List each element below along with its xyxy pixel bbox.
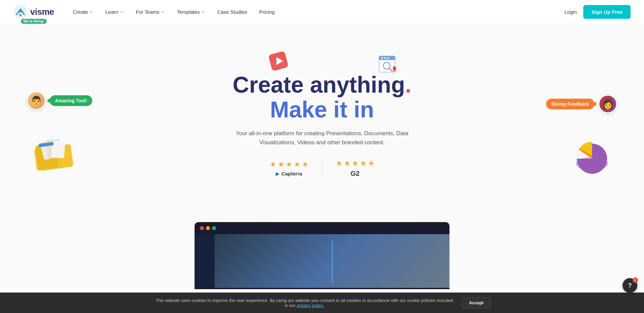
svg-rect-12 bbox=[34, 144, 73, 170]
svg-point-8 bbox=[387, 57, 389, 59]
capterra-stars: ★ ★ ★ ★ ★ bbox=[270, 160, 309, 169]
hero-title-line2: Make it in bbox=[233, 97, 412, 122]
g2-rating: ★ ★ ★ ★ ★ G2 bbox=[322, 159, 388, 177]
avatar-female: 👩 bbox=[598, 95, 617, 113]
capterra-label: ▶ Capterra bbox=[276, 171, 302, 176]
hero-title-line1: Create anything. bbox=[233, 72, 412, 97]
folder-decoration bbox=[34, 137, 74, 172]
video-content bbox=[195, 234, 449, 288]
svg-rect-5 bbox=[379, 56, 395, 60]
nav-item-learn[interactable]: Learn bbox=[100, 6, 129, 17]
svg-point-1 bbox=[19, 14, 21, 16]
svg-point-6 bbox=[381, 57, 383, 59]
help-button[interactable]: ? 1 bbox=[623, 278, 637, 289]
svg-rect-15 bbox=[46, 139, 61, 158]
svg-point-18 bbox=[576, 157, 608, 170]
chevron-down-icon bbox=[89, 10, 93, 14]
g2-stars: ★ ★ ★ ★ ★ bbox=[336, 159, 375, 168]
window-dots bbox=[195, 222, 449, 234]
svg-rect-14 bbox=[40, 139, 57, 160]
chevron-down-icon bbox=[201, 10, 205, 14]
nav-item-for-teams[interactable]: For Teams bbox=[130, 6, 170, 17]
nav-right: Login Sign Up Free bbox=[565, 5, 631, 19]
svg-point-9 bbox=[383, 62, 390, 69]
maximize-dot bbox=[212, 226, 216, 230]
nav-links: Create Learn For Teams Templates Case St… bbox=[67, 6, 565, 17]
svg-rect-2 bbox=[268, 51, 288, 71]
minimize-dot bbox=[206, 226, 210, 230]
capterra-rating: ★ ★ ★ ★ ★ ▶ Capterra bbox=[256, 160, 322, 176]
amazing-tool-decoration: 👨 Amazing Tool! bbox=[27, 91, 92, 110]
svg-marker-3 bbox=[276, 57, 283, 65]
giving-feedback-decoration: Giving Feedback 👩 bbox=[546, 95, 617, 113]
help-notification-badge: 1 bbox=[633, 277, 638, 283]
play-icon-decoration bbox=[268, 51, 288, 72]
video-frame bbox=[195, 222, 449, 289]
signup-button[interactable]: Sign Up Free bbox=[583, 5, 631, 19]
login-button[interactable]: Login bbox=[565, 9, 577, 15]
pie-chart-decoration bbox=[574, 140, 610, 178]
hiring-badge: We're Hiring! bbox=[21, 19, 47, 24]
g2-label: G2 bbox=[351, 170, 360, 177]
hero-title: Create anything. Make it in bbox=[233, 72, 412, 122]
close-dot bbox=[200, 226, 204, 230]
nav-item-case-studies[interactable]: Case Studies bbox=[212, 6, 253, 17]
avatar-male: 👨 bbox=[27, 91, 46, 110]
ratings-row: ★ ★ ★ ★ ★ ▶ Capterra ★ ★ ★ ★ ★ G2 bbox=[256, 159, 388, 177]
chevron-down-icon bbox=[120, 10, 124, 14]
logo-text: visme bbox=[30, 7, 54, 17]
hero-subtitle: Your all-in-one platform for creating Pr… bbox=[235, 129, 409, 147]
svg-point-7 bbox=[384, 57, 386, 59]
navbar: visme We're Hiring! Create Learn For Tea… bbox=[0, 0, 644, 24]
svg-point-19 bbox=[577, 153, 607, 165]
video-sidebar-panel bbox=[195, 234, 215, 288]
chevron-down-icon bbox=[161, 10, 165, 14]
logo[interactable]: visme We're Hiring! bbox=[13, 5, 54, 19]
capterra-arrow-icon: ▶ bbox=[276, 171, 279, 176]
svg-rect-13 bbox=[35, 143, 58, 170]
video-center-bar bbox=[332, 240, 333, 282]
svg-rect-16 bbox=[51, 141, 65, 158]
giving-feedback-bubble: Giving Feedback bbox=[546, 99, 594, 109]
logo-icon bbox=[13, 5, 28, 19]
nav-item-pricing[interactable]: Pricing bbox=[254, 6, 280, 17]
g2-logo-icon: G2 bbox=[351, 170, 360, 177]
video-main-panel bbox=[215, 234, 449, 288]
amazing-tool-bubble: Amazing Tool! bbox=[50, 95, 92, 106]
video-section bbox=[0, 219, 644, 289]
nav-item-create[interactable]: Create bbox=[67, 6, 99, 17]
svg-rect-17 bbox=[39, 142, 54, 147]
svg-line-10 bbox=[389, 68, 392, 71]
hero-section: 👨 Amazing Tool! bbox=[0, 24, 644, 219]
nav-item-templates[interactable]: Templates bbox=[171, 6, 210, 17]
svg-rect-4 bbox=[379, 56, 395, 72]
